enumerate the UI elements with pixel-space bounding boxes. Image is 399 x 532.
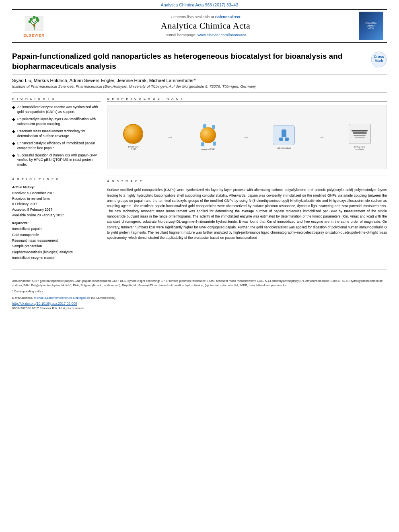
journal-cover-image: ANALYTICACHIMICAACTA [359, 12, 383, 40]
highlight-text-1: An immobilized enzyme reactor was synthe… [17, 105, 101, 115]
affiliation-line: Institute of Pharmaceutical Sciences, Ph… [12, 84, 387, 88]
ga-step3: IgG digestion [273, 125, 295, 149]
journal-citation-text: Analytica Chimica Acta 963 (2017) 33–43 [161, 2, 239, 7]
highlight-item-5: ◆ Successful digestion of human IgG with… [12, 153, 101, 168]
article-title: Papain-functionalized gold nanoparticles… [12, 51, 371, 71]
svg-text:Mark: Mark [374, 59, 383, 63]
homepage-label: journal homepage: [165, 33, 197, 37]
article-history-label: Article history: [12, 185, 101, 189]
highlights-section: H I G H L I G H T S ◆ An immobilized enz… [12, 97, 101, 167]
crossmark-badge-icon: Cross Mark [371, 51, 387, 68]
keywords-label: Keywords: [12, 221, 101, 225]
homepage-line: journal homepage: www.elsevier.com/locat… [165, 33, 247, 37]
ga-content: PAH/PAAGNP → [107, 105, 387, 169]
footnote-section: Abbreviations: GNP, gold nanoparticle; p… [12, 276, 387, 310]
ga-arrow-3: → [319, 134, 325, 141]
authors-text: Siyao Liu, Markus Höldrich, Adrian Sieve… [12, 78, 195, 83]
highlights-header: H I G H L I G H T S [12, 97, 101, 102]
article-dates: Received 5 December 2016 Received in rev… [12, 191, 101, 218]
svg-point-10 [33, 16, 35, 18]
ga-nanoparticle [123, 124, 143, 144]
highlight-item-1: ◆ An immobilized enzyme reactor was synt… [12, 105, 101, 115]
ga-ms-bar-1 [352, 130, 368, 131]
bullet-icon-4: ◆ [12, 141, 15, 146]
keyword-5: Biopharmaceuticals (biologics) analytics [12, 249, 101, 255]
highlight-item-3: ◆ Resonant mass measurement technology f… [12, 129, 101, 139]
contents-label: Contents lists available at [171, 14, 214, 19]
elsevier-logo: ELSEVIER [22, 14, 46, 37]
ga-step4-label: HPLC-MSanalysis [354, 146, 365, 150]
ga-igg [273, 125, 295, 145]
ga-arm-r [285, 138, 289, 141]
homepage-url[interactable]: www.elsevier.com/locate/aca [197, 33, 246, 37]
highlight-text-3: Resonant mass measurement technology for… [17, 129, 101, 139]
abbreviations-text: Abbreviations: GNP, gold nanoparticle; p… [12, 279, 387, 288]
bullet-icon-5: ◆ [12, 153, 15, 158]
highlight-item-2: ◆ Polyelectrolyte layer-by-layer GNP mod… [12, 117, 101, 127]
elsevier-logo-section: ELSEVIER [12, 10, 56, 42]
highlight-text-2: Polyelectrolyte layer-by-layer GNP modif… [17, 117, 101, 127]
ga-spike-2 [212, 125, 215, 129]
two-column-layout: H I G H L I G H T S ◆ An immobilized enz… [12, 97, 387, 265]
copyright-line: 0003-2670/© 2017 Elsevier B.V. All right… [12, 306, 387, 310]
doi-link[interactable]: http://dx.doi.org/10.1016/j.aca.2017.02.… [12, 302, 387, 306]
highlight-text-5: Successful digestion of human IgG with p… [17, 153, 101, 168]
ga-spike-3 [201, 142, 204, 146]
available-date: Available online 20 February 2017 [12, 213, 101, 218]
abstract-header: A B S T R A C T [107, 179, 387, 184]
svg-point-8 [30, 18, 33, 21]
section-divider [12, 92, 387, 93]
sciencedirect-link[interactable]: ScienceDirect [215, 14, 241, 19]
svg-point-11 [33, 24, 35, 27]
ga-ms-bar-3 [354, 135, 366, 136]
sciencedirect-line: Contents lists available at ScienceDirec… [171, 14, 240, 19]
right-column: G R A P H I C A L A B S T R A C T PAH/PA… [107, 97, 387, 265]
keywords-list: Immobilized papain Gold nanoparticle Res… [12, 226, 101, 261]
highlight-text-4: Enhanced catalytic efficiency of immobil… [17, 141, 101, 151]
bullet-icon-2: ◆ [12, 117, 15, 122]
abstract-section: A B S T R A C T Surface-modified gold na… [107, 179, 387, 240]
keyword-6: Immobilized enzyme reactor [12, 255, 101, 261]
graphical-abstract-section: G R A P H I C A L A B S T R A C T PAH/PA… [107, 97, 387, 169]
ga-spike-4 [213, 142, 216, 146]
article-title-section: Papain-functionalized gold nanoparticles… [12, 47, 387, 75]
graphical-abstract-image: PAH/PAAGNP → [107, 105, 387, 169]
ga-step2: papain-GNP [197, 124, 219, 150]
email-address[interactable]: Michael.Laemmerhofer@uni-tuebingen.de [34, 296, 90, 300]
journal-banner: ELSEVIER Contents lists available at Sci… [12, 9, 387, 43]
bullet-icon-3: ◆ [12, 129, 15, 134]
highlights-list: ◆ An immobilized enzyme reactor was synt… [12, 105, 101, 167]
ga-step4: HPLC-MSanalysis [349, 124, 371, 150]
graphical-abstract-header: G R A P H I C A L A B S T R A C T [107, 97, 387, 102]
email-label: E-mail address: [12, 296, 33, 300]
abbreviations-label: Abbreviations: [12, 279, 31, 283]
col-divider-1 [12, 173, 101, 173]
journal-citation: Analytica Chimica Acta 963 (2017) 33–43 [0, 0, 399, 9]
ga-step2-img [197, 124, 219, 146]
ga-arrow-1: → [167, 134, 173, 141]
article-content: Papain-functionalized gold nanoparticles… [12, 43, 387, 314]
elsevier-brand-text: ELSEVIER [23, 33, 45, 37]
abstract-divider [107, 175, 387, 175]
ga-igg-arms [279, 138, 289, 141]
ga-ms-bar-4 [355, 137, 365, 138]
article-info-section: A R T I C L E I N F O Article history: R… [12, 177, 101, 261]
article-info-header: A R T I C L E I N F O [12, 177, 101, 182]
ga-arm-l [279, 138, 283, 141]
ga-ms-bar-2 [353, 132, 367, 134]
footnote-divider [12, 269, 387, 269]
ga-core [200, 127, 216, 143]
ga-ms-device [349, 124, 371, 144]
left-column: H I G H L I G H T S ◆ An immobilized enz… [12, 97, 101, 265]
revised-date: 6 February 2017 [12, 201, 101, 207]
journal-thumbnail: ANALYTICACHIMICAACTA [355, 10, 387, 42]
accepted-date: Accepted 9 February 2017 [12, 207, 101, 213]
authors-line: Siyao Liu, Markus Höldrich, Adrian Sieve… [12, 78, 387, 83]
abstract-text: Surface-modified gold nanoparticles (GNP… [107, 187, 387, 240]
abbreviations-body: GNP, gold nanoparticle; papain-GNP, papa… [12, 279, 383, 287]
corresponding-note: * Corresponding author. [12, 289, 387, 294]
elsevier-tree-icon [22, 14, 46, 33]
journal-banner-center: Contents lists available at ScienceDirec… [56, 10, 355, 42]
ga-igg-body [282, 129, 286, 137]
bullet-icon-1: ◆ [12, 105, 15, 110]
